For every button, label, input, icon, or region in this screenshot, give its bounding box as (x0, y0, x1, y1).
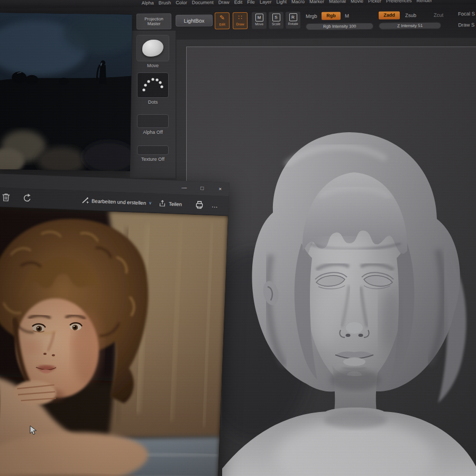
draw-mode-button[interactable]: ∷ Draw (233, 12, 248, 29)
scale-mode-button[interactable]: S Scale (269, 12, 283, 29)
zbrush-left-palette: Move Dots Alpha Off Texture Off (130, 31, 176, 178)
edit-mode-label: Edit (215, 22, 229, 26)
minimize-button[interactable]: — (175, 180, 194, 195)
edit-create-pencil-icon (81, 196, 89, 204)
menu-item-picker[interactable]: Picker (368, 0, 381, 4)
projection-master-button[interactable]: Projection Master (136, 13, 171, 30)
more-options-button[interactable]: … (211, 196, 218, 215)
m-toggle[interactable]: M (345, 13, 349, 19)
delete-icon[interactable] (1, 193, 11, 203)
draw-mode-label: Draw (233, 22, 247, 26)
rotate-icon[interactable] (22, 193, 32, 203)
rgb-toggle[interactable]: Rgb (322, 12, 341, 20)
more-dots-icon: … (212, 202, 219, 209)
draw-size-slider[interactable]: Draw S (458, 22, 474, 28)
alpha-label: Alpha Off (130, 130, 176, 135)
z-intensity-slider[interactable]: Z Intensity 51 (379, 22, 441, 30)
draw-dots-icon: ∷ (233, 13, 247, 22)
menu-item-document[interactable]: Document (192, 0, 214, 5)
lightbox-button[interactable]: LightBox (176, 14, 213, 26)
sculpt-canvas[interactable] (222, 117, 476, 476)
stroke-name-label: Dots (130, 99, 176, 105)
menu-item-material[interactable]: Material (329, 0, 346, 4)
chevron-down-icon: ∨ (149, 200, 152, 205)
share-label: Teilen (169, 200, 182, 207)
rotate-mode-button[interactable]: R Rotate (286, 12, 300, 29)
dots-stroke-icon (141, 76, 164, 94)
texture-label: Texture Off (130, 157, 176, 162)
menu-item-color[interactable]: Color (176, 0, 187, 5)
scale-mode-label: Scale (269, 22, 283, 25)
move-gyro-icon: M (255, 14, 263, 22)
menu-item-brush[interactable]: Brush (159, 0, 171, 5)
menu-item-layer[interactable]: Layer (260, 0, 272, 5)
sculpted-head-model (222, 117, 476, 476)
monitor-screen: Alpha Brush Color Document Draw Edit Fil… (0, 0, 476, 476)
mrgb-toggle[interactable]: Mrgb (306, 13, 317, 19)
close-button[interactable]: × (211, 182, 230, 196)
zsub-toggle[interactable]: Zsub (405, 12, 416, 18)
rotate-mode-label: Rotate (286, 22, 300, 25)
menu-item-marker[interactable]: Marker (309, 0, 324, 4)
maximize-button[interactable]: □ (193, 181, 212, 196)
menu-item-edit[interactable]: Edit (234, 0, 243, 5)
zcut-toggle[interactable]: Zcut (434, 12, 444, 18)
texture-preview-button[interactable] (137, 145, 169, 155)
menu-item-file[interactable]: File (247, 0, 255, 5)
menu-item-movie[interactable]: Movie (351, 0, 363, 4)
share-button[interactable]: Teilen (158, 194, 182, 214)
brush-preview-button[interactable] (136, 35, 169, 61)
menu-item-preferences[interactable]: Preferences (386, 0, 412, 4)
rgb-intensity-slider[interactable]: Rgb Intensity 100 (306, 23, 373, 30)
menu-item-macro[interactable]: Macro (291, 0, 305, 4)
scale-gyro-icon: S (272, 13, 280, 21)
focal-shift-slider[interactable]: Focal S (458, 11, 475, 16)
print-icon[interactable] (195, 200, 205, 210)
alpha-preview-button[interactable] (137, 114, 169, 128)
move-brush-icon (142, 40, 163, 57)
stroke-preview-button[interactable] (137, 72, 169, 98)
edit-create-label: Bearbeiten und erstellen (91, 198, 146, 206)
menu-item-light[interactable]: Light (276, 0, 287, 4)
zadd-toggle[interactable]: Zadd (379, 11, 400, 19)
share-icon (159, 199, 167, 207)
menu-item-alpha[interactable]: Alpha (142, 0, 154, 5)
move-mode-label: Move (252, 22, 267, 26)
menu-item-render[interactable]: Render (416, 0, 432, 3)
rotate-gyro-icon: R (289, 13, 297, 21)
mouse-cursor (30, 425, 38, 438)
move-mode-button[interactable]: M Move (252, 12, 267, 29)
edit-mode-button[interactable]: ✎ Edit (215, 12, 230, 29)
reference-image-dark-painting (0, 13, 132, 171)
brush-name-label: Move (130, 63, 176, 68)
edit-create-button[interactable]: Bearbeiten und erstellen ∨ (81, 191, 152, 213)
menu-item-draw[interactable]: Draw (218, 0, 230, 5)
edit-pencil-icon: ✎ (215, 13, 229, 22)
